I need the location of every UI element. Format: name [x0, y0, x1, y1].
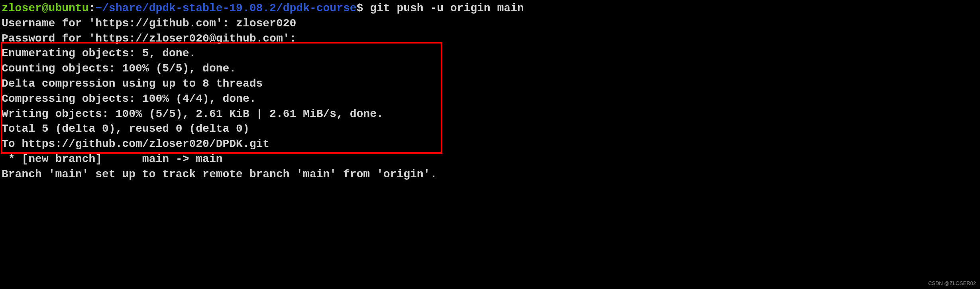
prompt-line: zloser@ubuntu:~/share/dpdk-stable-19.08.…	[2, 1, 978, 16]
compress-objects-line: Compressing objects: 100% (4/4), done.	[2, 91, 978, 107]
delta-compression-line: Delta compression using up to 8 threads	[2, 76, 978, 91]
new-branch-line: * [new branch] main -> main	[2, 152, 978, 167]
to-repo-line: To https://github.com/zloser020/DPDK.git	[2, 137, 978, 152]
prompt-dollar: $	[357, 2, 370, 14]
writing-objects-line: Writing objects: 100% (5/5), 2.61 KiB | …	[2, 107, 978, 122]
prompt-colon: :	[88, 2, 95, 14]
password-line: Password for 'https://zloser020@github.c…	[2, 31, 978, 46]
prompt-user: zloser@ubuntu	[2, 2, 88, 14]
branch-set-line: Branch 'main' set up to track remote bra…	[2, 167, 978, 182]
watermark: CSDN @ZLOSER02	[928, 280, 976, 287]
prompt-path: ~/share/dpdk-stable-19.08.2/dpdk-course	[95, 2, 356, 14]
command-text: git push -u origin main	[370, 2, 524, 14]
total-line: Total 5 (delta 0), reused 0 (delta 0)	[2, 121, 978, 137]
username-line: Username for 'https://github.com': zlose…	[2, 16, 978, 31]
enum-objects-line: Enumerating objects: 5, done.	[2, 46, 978, 61]
count-objects-line: Counting objects: 100% (5/5), done.	[2, 61, 978, 76]
